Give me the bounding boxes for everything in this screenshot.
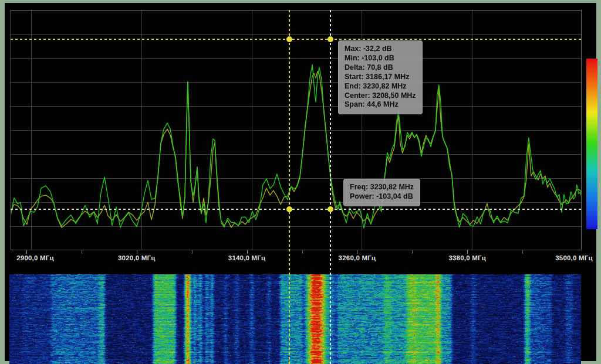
- selection-start-marker-line[interactable]: [289, 10, 290, 364]
- tooltip-line: Min: -103,0 dB: [345, 54, 416, 63]
- x-axis-minor-tick: [412, 250, 413, 254]
- x-axis-tick: [357, 250, 357, 254]
- tooltip-line: Max: -32,2 dB: [345, 45, 416, 54]
- spectrum-analyzer-window: 2900,0 МГц3020,0 МГц3140,0 МГц3260,0 МГц…: [0, 0, 601, 364]
- tooltip-line: End: 3230,82 MHz: [345, 82, 416, 91]
- tooltip-line: Freq: 3230,82 MHz: [350, 183, 414, 192]
- x-axis-label: 2900,0 МГц: [12, 254, 59, 261]
- x-axis-tick: [467, 250, 468, 254]
- waterfall-display[interactable]: [9, 274, 581, 364]
- x-axis-minor-tick: [302, 250, 303, 254]
- marker-handle-dot[interactable]: [286, 36, 292, 42]
- x-axis-minor-tick: [192, 250, 193, 254]
- x-axis-tick: [137, 250, 137, 254]
- x-axis-tick: [247, 250, 248, 254]
- selection-info-tooltip: Max: -32,2 dBMin: -103,0 dBDelta: 70,8 d…: [338, 40, 423, 114]
- selection-end-marker-line[interactable]: [330, 10, 331, 364]
- window-frame: 2900,0 МГц3020,0 МГц3140,0 МГц3260,0 МГц…: [0, 0, 601, 364]
- tooltip-line: Delta: 70,8 dB: [345, 63, 416, 73]
- display-area: 2900,0 МГц3020,0 МГц3140,0 МГц3260,0 МГц…: [5, 3, 596, 361]
- tooltip-line: Center: 3208,50 MHz: [345, 91, 416, 101]
- x-axis-label: 3020,0 МГц: [113, 254, 160, 261]
- x-axis-minor-tick: [82, 250, 82, 254]
- x-axis-minor-tick: [522, 250, 523, 254]
- marker-handle-dot[interactable]: [286, 206, 292, 212]
- x-axis-label: 3500,0 МГц: [551, 254, 597, 261]
- spectrum-plot[interactable]: [11, 10, 582, 250]
- x-axis-label: 3380,0 МГц: [444, 254, 491, 261]
- marker-handle-dot[interactable]: [327, 36, 333, 42]
- x-axis-tick: [26, 250, 27, 254]
- spectrum-trace-canvas[interactable]: [11, 11, 581, 250]
- marker-handle-dot[interactable]: [327, 206, 333, 212]
- intensity-colorbar-legend: [586, 59, 597, 229]
- tooltip-line: Start: 3186,17 MHz: [345, 73, 416, 82]
- min-level-marker-line[interactable]: [11, 209, 581, 210]
- cursor-info-tooltip: Freq: 3230,82 MHzPower: -103,04 dB: [343, 179, 420, 206]
- tooltip-line: Span: 44,6 MHz: [345, 100, 416, 110]
- max-level-marker-line[interactable]: [11, 39, 581, 40]
- tooltip-line: Power: -103,04 dB: [350, 192, 414, 202]
- x-axis-label: 3140,0 МГц: [224, 254, 271, 261]
- x-axis-label: 3260,0 МГц: [333, 254, 380, 261]
